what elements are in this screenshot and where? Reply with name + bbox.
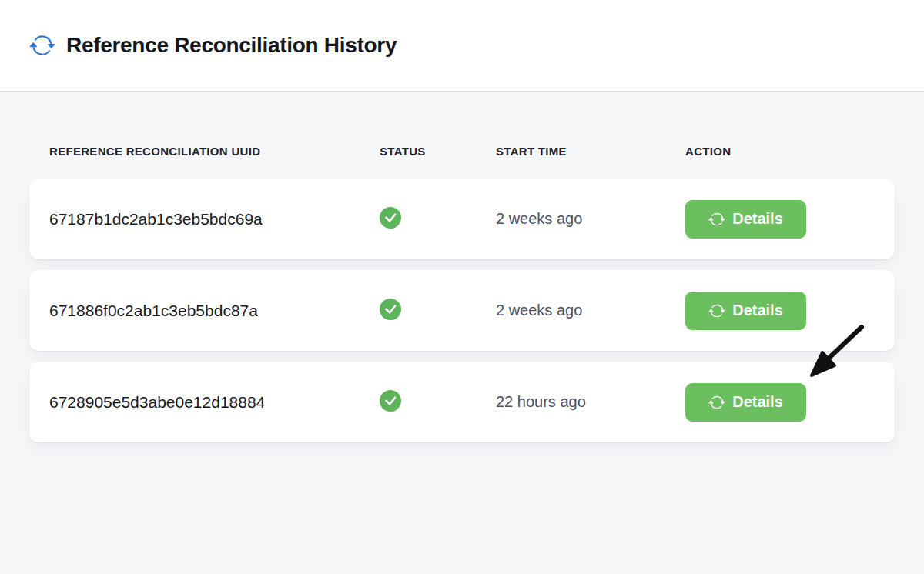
uuid-cell: 671886f0c2ab1c3eb5bdc87a	[49, 302, 380, 320]
refresh-icon	[708, 302, 725, 319]
details-button[interactable]: Details	[685, 200, 806, 239]
start-time-cell: 2 weeks ago	[496, 302, 685, 319]
check-circle-icon	[380, 299, 401, 320]
table-row: 67187b1dc2ab1c3eb5bdc69a 2 weeks ago Det…	[29, 179, 895, 259]
uuid-cell: 6728905e5d3abe0e12d18884	[49, 393, 380, 412]
table-header-row: REFERENCE RECONCILIATION UUID STATUS STA…	[29, 145, 895, 158]
check-circle-icon	[380, 390, 401, 412]
refresh-icon	[708, 211, 725, 228]
refresh-icon	[29, 32, 55, 58]
column-header-start-time: START TIME	[496, 145, 685, 158]
column-header-status: STATUS	[380, 145, 496, 158]
details-button[interactable]: Details	[685, 383, 806, 422]
table-row: 6728905e5d3abe0e12d18884 22 hours ago De…	[29, 362, 895, 442]
start-time-cell: 22 hours ago	[496, 393, 685, 411]
uuid-cell: 67187b1dc2ab1c3eb5bdc69a	[49, 210, 380, 229]
page-title: Reference Reconciliation History	[66, 33, 397, 58]
history-table: REFERENCE RECONCILIATION UUID STATUS STA…	[0, 92, 924, 442]
column-header-uuid: REFERENCE RECONCILIATION UUID	[49, 145, 380, 158]
refresh-icon	[708, 394, 725, 411]
details-button-label: Details	[732, 302, 783, 319]
details-button-label: Details	[732, 393, 783, 411]
column-header-action: ACTION	[685, 145, 875, 158]
table-row: 671886f0c2ab1c3eb5bdc87a 2 weeks ago Det…	[29, 270, 895, 351]
page-header: Reference Reconciliation History	[0, 0, 924, 92]
details-button[interactable]: Details	[685, 292, 806, 330]
details-button-label: Details	[732, 210, 783, 228]
check-circle-icon	[380, 207, 401, 229]
start-time-cell: 2 weeks ago	[496, 210, 685, 228]
